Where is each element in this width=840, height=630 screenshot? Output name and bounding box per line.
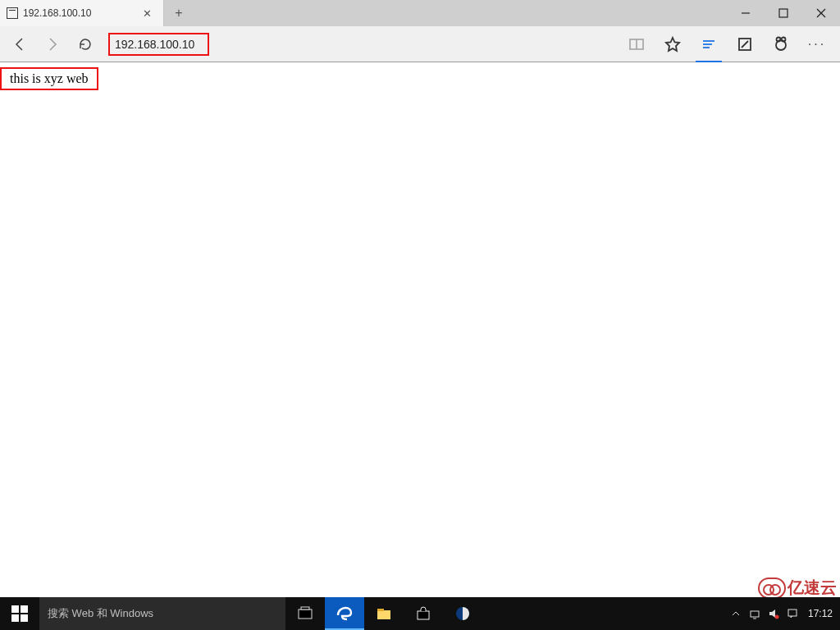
new-tab-button[interactable]: + (164, 0, 194, 26)
svg-rect-16 (301, 607, 309, 609)
svg-line-11 (742, 41, 748, 48)
window-minimize-button[interactable] (727, 0, 765, 26)
address-text: 192.168.100.10 (108, 33, 209, 56)
edge-button[interactable] (325, 597, 364, 630)
window-controls (727, 0, 840, 26)
window-maximize-button[interactable] (765, 0, 802, 26)
hub-button[interactable] (691, 26, 727, 62)
notifications-icon[interactable] (783, 597, 801, 630)
system-tray: 17:12 (727, 597, 840, 630)
svg-rect-1 (779, 9, 788, 17)
reading-view-button[interactable] (619, 26, 655, 62)
svg-rect-25 (788, 609, 797, 616)
page-content: this is xyz web 亿速云 (0, 62, 840, 597)
taskbar-search-placeholder: 搜索 Web 和 Windows (48, 606, 153, 621)
nav-bar: 192.168.100.10 ··· (0, 26, 840, 62)
svg-marker-23 (769, 609, 775, 618)
forward-button[interactable] (38, 30, 67, 59)
network-icon[interactable] (746, 597, 764, 630)
share-button[interactable] (763, 26, 799, 62)
svg-point-13 (777, 37, 781, 41)
svg-rect-19 (418, 611, 429, 619)
store-button[interactable] (404, 597, 443, 630)
svg-rect-15 (299, 609, 312, 619)
watermark: 亿速云 (758, 577, 837, 599)
tab-strip: 192.168.100.10 ✕ + (0, 0, 840, 26)
svg-point-24 (775, 615, 779, 619)
address-bar[interactable]: 192.168.100.10 (103, 33, 615, 56)
file-explorer-button[interactable] (364, 597, 404, 630)
page-text: this is xyz web (0, 67, 98, 90)
more-button[interactable]: ··· (799, 37, 835, 52)
svg-marker-6 (666, 38, 679, 51)
svg-rect-21 (751, 611, 759, 617)
svg-rect-17 (377, 610, 390, 619)
browser-tab[interactable]: 192.168.100.10 ✕ (0, 0, 164, 26)
window-close-button[interactable] (802, 0, 840, 26)
taskbar-clock[interactable]: 17:12 (802, 608, 838, 619)
watermark-icon (758, 578, 786, 599)
taskbar-search[interactable]: 搜索 Web 和 Windows (39, 597, 285, 630)
task-icons (285, 597, 482, 630)
favorite-button[interactable] (655, 26, 691, 62)
tab-title: 192.168.100.10 (23, 7, 132, 19)
svg-rect-18 (377, 609, 384, 611)
task-view-button[interactable] (285, 597, 325, 630)
back-button[interactable] (5, 30, 34, 59)
volume-icon[interactable] (765, 597, 783, 630)
tab-close-button[interactable]: ✕ (137, 7, 157, 20)
toolbar-right: ··· (619, 26, 835, 62)
tray-chevron-icon[interactable] (727, 597, 745, 630)
note-button[interactable] (727, 26, 763, 62)
start-button[interactable] (0, 597, 39, 630)
svg-point-14 (782, 37, 786, 41)
watermark-text: 亿速云 (788, 577, 837, 599)
app-button[interactable] (443, 597, 482, 630)
page-icon (7, 7, 18, 19)
taskbar: 搜索 Web 和 Windows 17:12 (0, 597, 840, 630)
windows-icon (11, 605, 28, 622)
refresh-button[interactable] (71, 30, 100, 59)
